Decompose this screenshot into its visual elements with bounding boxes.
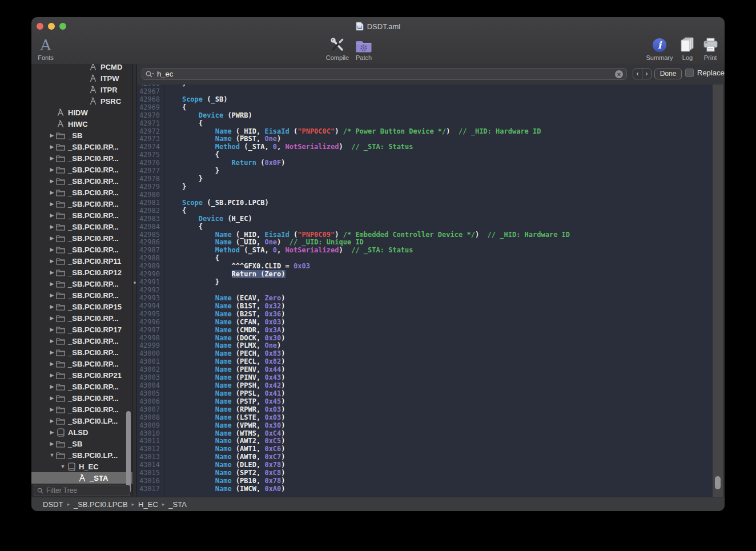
search-icon: [146, 71, 154, 78]
split-divider[interactable]: [132, 64, 137, 497]
breadcrumb-item[interactable]: _SB.PCI0.LPCB: [74, 500, 128, 509]
disclosure-collapsed-icon[interactable]: ▶: [48, 418, 56, 424]
tree-item-hidw[interactable]: HIDW: [31, 107, 132, 118]
tree-item--sb-pci0-rp-[interactable]: ▶_SB.PCI0.RP...: [31, 392, 132, 404]
find-previous-button[interactable]: ‹: [633, 69, 642, 79]
tree-item-psrc[interactable]: PSRC: [31, 95, 132, 107]
tree-item--sb-pci0-rp-[interactable]: ▶_SB.PCI0.RP...: [31, 210, 132, 221]
clear-search-button[interactable]: ×: [615, 70, 623, 78]
tree-item--sb-pci0-rp-[interactable]: ▶_SB.PCI0.RP...: [31, 141, 132, 152]
disclosure-collapsed-icon[interactable]: ▶: [48, 384, 56, 389]
patch-button[interactable]: Patch: [345, 37, 382, 61]
tree-item--sb-pci0-rp21[interactable]: ▶_SB.PCI0.RP21: [31, 369, 132, 381]
disclosure-collapsed-icon[interactable]: ▶: [48, 258, 56, 264]
disclosure-collapsed-icon[interactable]: ▶: [48, 407, 56, 412]
tree-item--sb-pci0-rp-[interactable]: ▶_SB.PCI0.RP...: [31, 244, 132, 255]
tree-item--sb[interactable]: ▶_SB: [31, 130, 132, 141]
tree-item-h-ec[interactable]: ▼H_EC: [31, 461, 132, 472]
breadcrumb-item[interactable]: DSDT: [43, 500, 63, 509]
tree-item--sb-pci0-rp12[interactable]: ▶_SB.PCI0.RP12: [31, 267, 132, 278]
tree-item--sb-pci0-rp-[interactable]: ▶_SB.PCI0.RP...: [31, 381, 132, 392]
disclosure-collapsed-icon[interactable]: ▶: [48, 441, 56, 447]
disclosure-collapsed-icon[interactable]: ▶: [48, 327, 56, 332]
window-title: DSDT.aml: [367, 22, 401, 31]
tree-item--sb-pci0-rp11[interactable]: ▶_SB.PCI0.RP11: [31, 255, 132, 267]
disclosure-collapsed-icon[interactable]: ▶: [48, 315, 56, 321]
tree-item-label: H_EC: [79, 462, 99, 471]
disclosure-collapsed-icon[interactable]: ▶: [48, 349, 56, 355]
folder-icon: [56, 223, 65, 231]
filter-tree-field[interactable]: Filter Tree: [34, 485, 130, 496]
tree-item--sb-pci0-rp-[interactable]: ▶_SB.PCI0.RP...: [31, 232, 132, 244]
print-button[interactable]: Print: [692, 37, 725, 61]
disclosure-collapsed-icon[interactable]: ▶: [48, 132, 56, 138]
tree-item-alsd[interactable]: ▶ALSD: [31, 427, 132, 438]
disclosure-expanded-icon[interactable]: ▼: [48, 452, 56, 458]
disclosure-collapsed-icon[interactable]: ▶: [48, 361, 56, 367]
tree-item--sb-pci0-lp-[interactable]: ▼_SB.PCI0.LP...: [31, 449, 132, 461]
tree-item--sb-pci0-rp17[interactable]: ▶_SB.PCI0.RP17: [31, 324, 132, 335]
method-icon: [78, 474, 86, 482]
tree-item-itpw[interactable]: ITPW: [31, 73, 132, 84]
zoom-window-button[interactable]: [59, 23, 66, 30]
tree-item--sb-pci0-rp-[interactable]: ▶_SB.PCI0.RP...: [31, 221, 132, 232]
tree-item-itpr[interactable]: ITPR: [31, 84, 132, 95]
tree-item--sta[interactable]: _STA: [31, 472, 132, 484]
tree-item--sb-pci0-rp-[interactable]: ▶_SB.PCI0.RP...: [31, 187, 132, 198]
close-window-button[interactable]: [37, 23, 43, 30]
tree-item--sb-pci0-rp15[interactable]: ▶_SB.PCI0.RP15: [31, 301, 132, 312]
tree-item--sb-pci0-rp-[interactable]: ▶_SB.PCI0.RP...: [31, 164, 132, 175]
find-next-button[interactable]: ›: [642, 69, 651, 79]
tree-item--sb-pci0-rp-[interactable]: ▶_SB.PCI0.RP...: [31, 335, 132, 347]
disclosure-collapsed-icon[interactable]: ▶: [48, 338, 56, 344]
disclosure-collapsed-icon[interactable]: ▶: [48, 212, 56, 218]
disclosure-collapsed-icon[interactable]: ▶: [48, 224, 56, 230]
tree-item--sb-pci0-rp-[interactable]: ▶_SB.PCI0.RP...: [31, 347, 132, 358]
disclosure-collapsed-icon[interactable]: ▶: [48, 281, 56, 287]
disclosure-collapsed-icon[interactable]: ▶: [48, 178, 56, 184]
disclosure-collapsed-icon[interactable]: ▶: [48, 429, 56, 435]
editor-scrollbar-thumb[interactable]: [715, 476, 721, 489]
tree-item--sb-pci0-rp-[interactable]: ▶_SB.PCI0.RP...: [31, 278, 132, 289]
tree-item--sb-pci0-rp-[interactable]: ▶_SB.PCI0.RP...: [31, 198, 132, 210]
done-button[interactable]: Done: [654, 69, 682, 79]
tree-item--sb[interactable]: ▶_SB: [31, 438, 132, 449]
tree-item--sb-pci0-rp-[interactable]: ▶_SB.PCI0.RP...: [31, 152, 132, 164]
fonts-button[interactable]: A Fonts: [31, 37, 64, 61]
breadcrumb-item[interactable]: _STA: [168, 500, 187, 509]
code-line: 42996 Name (CFAN, 0x03): [137, 319, 713, 327]
disclosure-collapsed-icon[interactable]: ▶: [48, 201, 56, 207]
breadcrumb-item[interactable]: H_EC: [138, 500, 158, 509]
disclosure-collapsed-icon[interactable]: ▶: [48, 395, 56, 401]
tree-item--sb-pci0-rp-[interactable]: ▶_SB.PCI0.RP...: [31, 404, 132, 415]
search-field[interactable]: h_ec ×: [142, 68, 627, 80]
disclosure-collapsed-icon[interactable]: ▶: [48, 190, 56, 195]
disclosure-collapsed-icon[interactable]: ▶: [48, 304, 56, 309]
split-divider-handle[interactable]: [134, 281, 136, 284]
tree-item--sb-pci0-rp-[interactable]: ▶_SB.PCI0.RP...: [31, 312, 132, 324]
disclosure-collapsed-icon[interactable]: ▶: [48, 372, 56, 378]
folder-icon: [56, 372, 65, 379]
disclosure-expanded-icon[interactable]: ▼: [59, 464, 67, 469]
tree-item-pcmd[interactable]: PCMD: [31, 64, 132, 73]
tree-item-label: _SB.PCI0.LP...: [68, 451, 118, 460]
sidebar-scrollbar-thumb[interactable]: [126, 411, 131, 493]
disclosure-collapsed-icon[interactable]: ▶: [48, 167, 56, 172]
disclosure-collapsed-icon[interactable]: ▶: [48, 155, 56, 161]
tree-item--sb-pci0-lp-[interactable]: ▶_SB.PCI0.LP...: [31, 415, 132, 427]
minimize-window-button[interactable]: [48, 23, 55, 30]
disclosure-collapsed-icon[interactable]: ▶: [48, 144, 56, 150]
tree-item--sb-pci0-rp-[interactable]: ▶_SB.PCI0.RP...: [31, 175, 132, 187]
code-editor[interactable]: 42966 }42967 42968 Scope (_SB)42969 {429…: [137, 85, 713, 497]
tree-item--sb-pci0-rp-[interactable]: ▶_SB.PCI0.RP...: [31, 289, 132, 301]
tree-item-label: _SB.PCI0.RP...: [68, 337, 119, 345]
tree-item-hiwc[interactable]: HIWC: [31, 118, 132, 130]
disclosure-collapsed-icon[interactable]: ▶: [48, 247, 56, 252]
code-line: 43015 Name (SPT2, 0xC8): [137, 469, 713, 477]
replace-checkbox[interactable]: [685, 69, 694, 77]
editor-scrollbar-track[interactable]: [713, 85, 723, 497]
disclosure-collapsed-icon[interactable]: ▶: [48, 292, 56, 298]
tree-item--sb-pci0-rp-[interactable]: ▶_SB.PCI0.RP...: [31, 358, 132, 369]
disclosure-collapsed-icon[interactable]: ▶: [48, 270, 56, 275]
disclosure-collapsed-icon[interactable]: ▶: [48, 235, 56, 241]
